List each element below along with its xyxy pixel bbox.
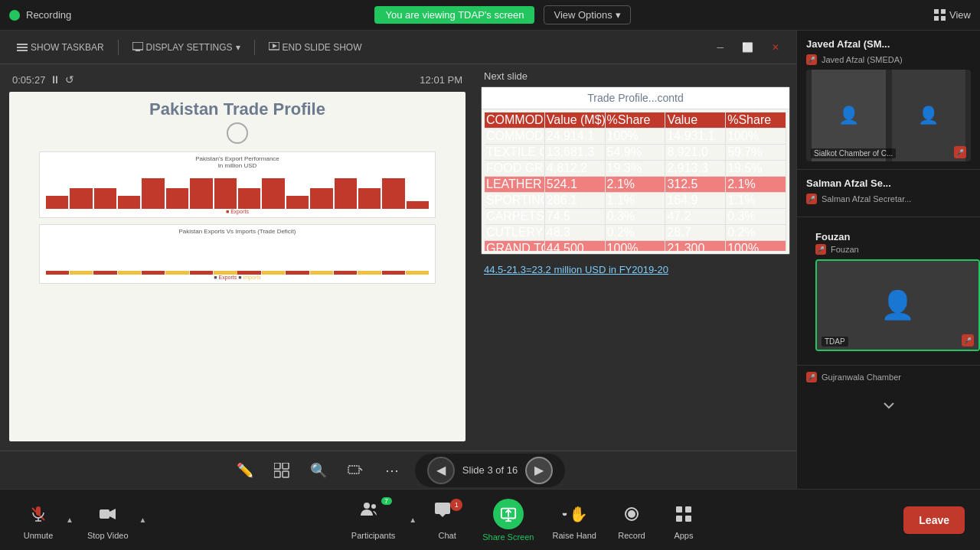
end-slideshow-label: END SLIDE SHOW (283, 42, 362, 53)
participant-name-javed: Javed Afzal (SM... (806, 38, 971, 50)
bar-imports (165, 271, 188, 275)
restore-button[interactable]: ⬜ (737, 39, 758, 56)
table-cell: 24,914.1 (545, 129, 606, 144)
table-cell: SPORTING GOODS (485, 193, 545, 208)
svg-rect-6 (17, 50, 28, 51)
svg-rect-3 (941, 16, 946, 21)
more-tool-button[interactable]: ⋯ (378, 457, 406, 484)
svg-rect-1 (941, 9, 946, 14)
grid-view-button[interactable]: View (934, 9, 971, 21)
bar-imports (262, 271, 285, 275)
bar-group (93, 271, 141, 275)
view-options-button[interactable]: View Options ▾ (544, 5, 630, 24)
close-button[interactable]: ✕ (767, 39, 784, 56)
current-slide[interactable]: Pakistan Trade Profile Pakistan's Export… (9, 92, 466, 441)
show-taskbar-button[interactable]: SHOW TASKBAR (12, 39, 109, 56)
table-cell: %Share (606, 112, 666, 128)
table-header-row: COMMODITIES Value (M$) %Share Value %Sha… (485, 112, 786, 129)
apps-icon (670, 500, 697, 528)
svg-marker-10 (273, 44, 277, 48)
unmute-tool[interactable]: Unmute (15, 497, 61, 543)
end-slideshow-button[interactable]: END SLIDE SHOW (264, 39, 367, 56)
grid-tool-button[interactable] (268, 457, 296, 484)
table-cell: Value (665, 112, 726, 128)
table-cell: 100% (726, 129, 786, 144)
table-cell: 100% (726, 241, 786, 251)
svg-rect-31 (676, 506, 682, 513)
participants-caret[interactable]: ▲ (407, 516, 418, 524)
bar-group (286, 271, 333, 275)
leave-button[interactable]: Leave (903, 506, 965, 534)
next-slide-note[interactable]: 44.5-21.3=23.2 million USD in FY2019-20 (481, 264, 790, 275)
table-cell: 54.9% (606, 145, 666, 160)
bottom-bar: Unmute ▲ Stop Video ▲ (0, 489, 980, 550)
table-data-row: CARPETS 74.5 0.3% 47.2 0.3% (485, 209, 786, 225)
share-screen-icon (493, 499, 524, 529)
svg-rect-15 (348, 466, 359, 474)
video-thumb-fouzan[interactable]: 👤 TDAP 🎤 (815, 259, 980, 351)
mute-icon-fouzan: 🎤 (815, 244, 826, 255)
record-tool[interactable]: Record (609, 497, 655, 543)
participants-tool[interactable]: 7 Participants (345, 497, 401, 543)
video-thumb-javed[interactable]: 👤 👤 Sialkot Chamber of C... 🎤 (806, 70, 971, 161)
bar (238, 188, 260, 210)
pause-icon[interactable]: ⏸ (50, 73, 60, 86)
toolbar-separator (118, 40, 119, 55)
participant-subname-salman: Salman Afzal Secretar... (822, 194, 911, 203)
grid-icon (934, 9, 946, 21)
video-label-javed: Sialkot Chamber of C... (811, 148, 896, 158)
chat-tool[interactable]: 1 Chat (424, 497, 470, 543)
bar (190, 178, 212, 209)
bar-group (334, 271, 381, 275)
table-cell: 2.1% (726, 177, 786, 192)
apps-tool[interactable]: Apps (661, 497, 707, 543)
svg-rect-12 (283, 463, 289, 469)
bar (70, 188, 92, 210)
table-highlight-row: GRAND TOTAL 44,500 100% 21,300 100% (485, 241, 786, 251)
next-slide-container: Next slide Trade Profile...contd COMMODI… (475, 64, 796, 451)
table-cell: COMMODITIES (485, 129, 545, 144)
bottom-tools-left: Unmute ▲ Stop Video ▲ (15, 497, 148, 543)
slide-time-row: 0:05:27 ⏸ ↺ 12:01 PM (6, 70, 469, 89)
bar (46, 196, 68, 210)
bar (407, 201, 429, 209)
dual-bar-chart (43, 236, 432, 275)
slide-toolbar: SHOW TASKBAR DISPLAY SETTINGS ▾ END SLID… (0, 31, 796, 64)
next-slide[interactable]: Trade Profile...contd COMMODITIES Value … (481, 86, 790, 255)
table-highlight-row: LEATHER GOODS 524.1 2.1% 312.5 2.1% (485, 177, 786, 193)
svg-point-22 (364, 503, 370, 509)
video-mute-badge-javed: 🎤 (954, 146, 966, 158)
participant-row-salman: 🎤 Salman Afzal Secretar... (806, 194, 971, 204)
next-slide-label: Next slide (481, 70, 790, 82)
table-cell: 47.2 (665, 209, 726, 224)
unmute-caret[interactable]: ▲ (64, 516, 75, 524)
content-area: SHOW TASKBAR DISPLAY SETTINGS ▾ END SLID… (0, 31, 796, 489)
annotation-tool-button[interactable] (341, 457, 369, 484)
display-settings-button[interactable]: DISPLAY SETTINGS ▾ (128, 39, 245, 56)
raise-hand-tool[interactable]: ✋ Raise Hand (546, 497, 602, 543)
table-cell: 14,931.1 (665, 129, 726, 144)
table-cell: 74.5 (545, 209, 606, 224)
time-controls: 0:05:27 ⏸ ↺ (12, 73, 74, 86)
share-screen-tool[interactable]: Share Screen (476, 496, 540, 545)
stop-video-tool[interactable]: Stop Video (81, 497, 135, 543)
zoom-tool-button[interactable]: 🔍 (305, 457, 332, 484)
svg-rect-4 (17, 44, 28, 45)
table-data-row: SPORTING GOODS 286.1 1.1% 164.9 1.1% (485, 193, 786, 209)
participant-row-fouzan: 🎤 Fouzan (806, 244, 971, 255)
top-bar-left: Recording (9, 9, 71, 21)
next-slide-button[interactable]: ▶ (525, 457, 553, 484)
video-caret[interactable]: ▲ (138, 516, 149, 524)
bar (214, 178, 237, 209)
table-cell: 59.7% (726, 145, 786, 160)
bar (310, 188, 332, 210)
recording-label: Recording (26, 9, 71, 21)
next-slide-title: Trade Profile...contd (482, 87, 789, 109)
minimize-button[interactable]: ─ (712, 39, 728, 56)
pencil-tool-button[interactable]: ✏️ (231, 457, 259, 484)
expand-participants-button[interactable] (797, 393, 980, 418)
refresh-icon[interactable]: ↺ (65, 73, 74, 86)
prev-slide-button[interactable]: ◀ (427, 457, 455, 484)
current-slide-container: 0:05:27 ⏸ ↺ 12:01 PM Pakistan Trade Prof… (0, 64, 475, 451)
svg-rect-24 (435, 503, 450, 514)
